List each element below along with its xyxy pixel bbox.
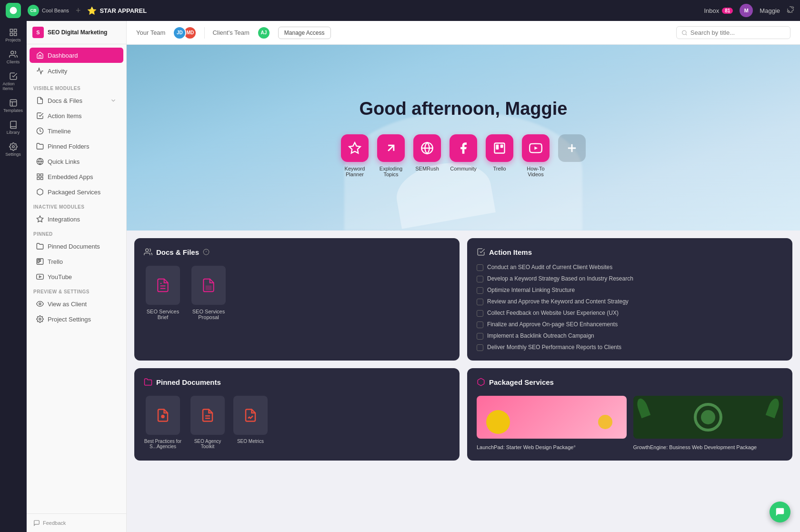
doc-item-seo-brief[interactable]: SEO Services Brief <box>144 266 182 320</box>
svg-rect-33 <box>500 144 503 148</box>
sidebar-item-quick-links[interactable]: Quick Links <box>30 154 123 169</box>
action-item-1[interactable]: Conduct an SEO Audit of Current Client W… <box>477 264 783 271</box>
hero-icon-trello[interactable]: Trello <box>486 134 513 177</box>
action-item-4[interactable]: Review and Approve the Keyword and Conte… <box>477 298 783 305</box>
docs-files-icon <box>144 248 152 256</box>
package-launchpad[interactable]: LaunchPad: Starter Web Design Package° <box>477 396 627 451</box>
project-name: SEO Digital Marketing <box>48 29 107 36</box>
hero-icon-keyword-planner[interactable]: KeywordPlanner <box>341 134 369 177</box>
action-item-8[interactable]: Deliver Monthly SEO Performance Reports … <box>477 344 783 351</box>
action-item-2[interactable]: Develop a Keyword Strategy Based on Indu… <box>477 275 783 282</box>
package-growthengine[interactable]: GrowthEngine: Business Web Development P… <box>633 396 783 451</box>
manage-access-button[interactable]: Manage Access <box>278 27 331 39</box>
action-item-7[interactable]: Implement a Backlink Outreach Campaign <box>477 332 783 340</box>
pinned-title: Pinned <box>27 227 126 239</box>
project-header: S SEO Digital Marketing <box>27 21 126 44</box>
svg-point-23 <box>39 303 41 305</box>
inactive-modules-title: Inactive Modules <box>27 200 126 211</box>
chat-bubble[interactable] <box>770 502 790 522</box>
icon-bar-item-templates[interactable]: Templates <box>3 96 24 116</box>
sidebar-item-packaged-services[interactable]: Packaged Services <box>30 185 123 199</box>
svg-rect-17 <box>40 177 43 180</box>
svg-line-26 <box>686 34 687 35</box>
pinned-doc-seo-metrics[interactable]: SEO Metrics <box>233 396 268 449</box>
sidebar-item-pinned-documents[interactable]: Pinned Documents <box>30 239 123 253</box>
pinned-doc-best-practices[interactable]: Best Practices for S...Agencies <box>144 396 182 449</box>
packaged-services-card: Packaged Services LaunchPad: Starter <box>467 368 792 461</box>
hero-icon-community[interactable]: Community <box>450 134 477 177</box>
hero-icon-add[interactable] <box>558 134 586 177</box>
sidebar-item-docs-files[interactable]: Docs & Files <box>30 93 123 108</box>
icon-bar-item-settings[interactable]: Settings <box>3 140 24 160</box>
sidebar-item-activity[interactable]: Activity <box>30 63 123 79</box>
docs-files-card: Docs & Files SEO Services Brief <box>134 238 460 361</box>
settings-icon[interactable] <box>787 6 794 15</box>
pinned-doc-agency-toolkit[interactable]: SEO Agency Toolkit <box>189 396 227 449</box>
user-avatar[interactable]: M <box>740 4 753 17</box>
svg-rect-4 <box>10 33 12 36</box>
docs-files-title: Docs & Files <box>156 248 199 256</box>
search-input[interactable] <box>690 29 785 36</box>
sidebar-item-action-items[interactable]: Action Items <box>30 109 123 123</box>
feedback-button[interactable]: Feedback <box>27 513 126 532</box>
hero-icon-how-to-videos[interactable]: How-ToVideos <box>522 134 550 177</box>
svg-marker-34 <box>534 146 538 150</box>
top-bar: Your Team JD MD Client's Team AJ Manage … <box>127 21 800 45</box>
icon-bar-item-clients[interactable]: Clients <box>3 47 24 67</box>
icon-bar-item-action-items[interactable]: Action Items <box>3 69 24 94</box>
inbox-badge: 81 <box>722 8 733 14</box>
icon-bar-item-library[interactable]: Library <box>3 118 24 138</box>
svg-rect-32 <box>496 144 499 150</box>
svg-marker-18 <box>37 216 43 222</box>
hero-greeting: Good afternoon, Maggie <box>360 99 568 119</box>
star-apparel-brand[interactable]: ⭐ STAR APPAREL <box>87 6 147 15</box>
sidebar-item-trello[interactable]: Trello <box>30 254 123 269</box>
sidebar-item-embedded-apps[interactable]: Embedded Apps <box>30 170 123 184</box>
action-items-icon <box>477 248 485 256</box>
svg-point-37 <box>146 249 149 251</box>
action-item-6[interactable]: Finalize and Approve On-page SEO Enhance… <box>477 321 783 328</box>
pinned-docs-title: Pinned Documents <box>156 378 221 386</box>
activity-label: Activity <box>48 68 67 75</box>
inbox-button[interactable]: Inbox 81 <box>704 7 733 14</box>
dashboard-label: Dashboard <box>48 52 78 59</box>
project-logo: S <box>32 27 44 38</box>
icon-bar-item-projects[interactable]: Projects <box>3 25 24 45</box>
svg-rect-43 <box>206 286 211 290</box>
cool-beans-brand[interactable]: CB Cool Beans <box>28 5 69 16</box>
svg-point-6 <box>10 51 13 54</box>
svg-point-10 <box>12 146 14 148</box>
top-nav: ▶ CB Cool Beans + ⭐ STAR APPAREL Inbox 8… <box>0 0 800 21</box>
svg-marker-22 <box>40 276 41 278</box>
search-bar <box>676 26 790 39</box>
visible-modules-title: Visible Modules <box>27 82 126 93</box>
sidebar-item-project-settings[interactable]: Project Settings <box>30 312 123 326</box>
sidebar: S SEO Digital Marketing Dashboard Activi… <box>27 21 127 532</box>
clients-team-label: Client's Team <box>212 29 249 36</box>
hero-icon-semrush[interactable]: SEMRush <box>413 134 441 177</box>
svg-rect-16 <box>37 177 40 180</box>
svg-text:▶: ▶ <box>11 8 15 13</box>
sidebar-item-youtube[interactable]: YouTube <box>30 270 123 284</box>
main-content: Good afternoon, Maggie KeywordPlanner <box>127 45 800 532</box>
sidebar-item-view-as-client[interactable]: View as Client <box>30 297 123 311</box>
action-item-3[interactable]: Optimize Internal Linking Structure <box>477 287 783 294</box>
user-name: Maggie <box>760 7 780 14</box>
sidebar-item-integrations[interactable]: Integrations <box>30 212 123 226</box>
sidebar-item-pinned-folders[interactable]: Pinned Folders <box>30 139 123 153</box>
svg-rect-21 <box>40 260 41 261</box>
doc-item-seo-proposal[interactable]: SEO Services Proposal <box>190 266 228 320</box>
svg-rect-20 <box>38 260 39 263</box>
sidebar-item-timeline[interactable]: Timeline <box>30 124 123 138</box>
hero-icon-exploding-topics[interactable]: ExplodingTopics <box>377 134 405 177</box>
action-item-5[interactable]: Collect Feedback on Website User Experie… <box>477 310 783 317</box>
your-team-label: Your Team <box>136 29 165 36</box>
your-team-avatars: JD MD <box>173 26 197 40</box>
docs-files-info-icon[interactable] <box>203 249 210 255</box>
cards-grid: Docs & Files SEO Services Brief <box>127 231 800 468</box>
svg-rect-15 <box>40 174 43 176</box>
packaged-services-icon <box>477 378 485 386</box>
sidebar-item-dashboard[interactable]: Dashboard <box>30 48 123 63</box>
svg-rect-3 <box>14 29 16 31</box>
svg-rect-14 <box>37 174 40 176</box>
